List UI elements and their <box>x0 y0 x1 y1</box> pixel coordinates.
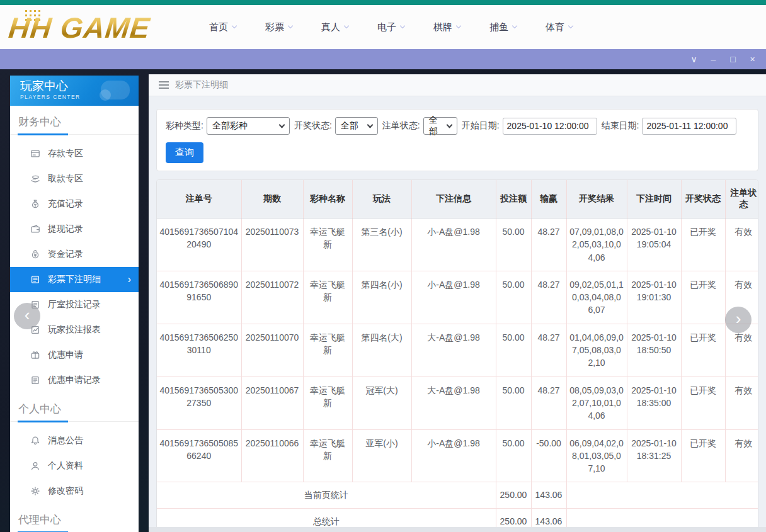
page-title: 彩票下注明细 <box>175 79 228 91</box>
sidebar-subtitle: PLAYERS CENTER <box>20 94 139 100</box>
filter-panel: 彩种类型: 全部彩种 开奖状态: 全部 注单状态: 全部 <box>156 109 758 171</box>
chevron-down-icon <box>568 23 573 28</box>
window-close-button[interactable]: × <box>743 49 762 69</box>
end-date-input[interactable] <box>642 118 736 135</box>
cell-win-loss: 48.27 <box>531 376 566 429</box>
start-date-input[interactable] <box>503 118 597 135</box>
nav-item-2[interactable]: 彩票 <box>265 21 292 33</box>
cell-draw-status: 已开奖 <box>681 271 725 324</box>
lottery-type-select[interactable]: 全部彩种 <box>207 117 290 135</box>
sidebar-item-promo-apply-records[interactable]: 优惠申请记录 <box>10 368 139 393</box>
bet-table: 注单号期数彩种名称玩法下注信息投注额输赢开奖结果下注时间开奖状态注单状态 401… <box>157 180 758 532</box>
section-underline <box>10 134 139 135</box>
order-status-label: 注单状态: <box>382 120 420 132</box>
draw-status-label: 开奖状态: <box>294 120 332 132</box>
chevron-left-icon: ‹ <box>25 305 30 325</box>
nav-item-3[interactable]: 真人 <box>321 21 348 33</box>
cell-play: 亚军(小) <box>352 429 411 482</box>
order-status-filter: 注单状态: 全部 <box>382 117 457 135</box>
cell-bet-info: 大-A盘@1.98 <box>411 324 496 376</box>
sidebar-item-label: 个人资料 <box>48 460 83 472</box>
scroll-right-button[interactable]: › <box>725 307 752 333</box>
sidebar-item-withdrawal-records[interactable]: 提现记录 <box>10 217 139 242</box>
cell-order-no: 401569173650625030110 <box>157 324 241 376</box>
sidebar-item-promo-apply[interactable]: 优惠申请 <box>10 342 139 368</box>
cell-bet-info: 大-A盘@1.98 <box>411 376 496 429</box>
nav-item-5[interactable]: 棋牌 <box>433 21 460 33</box>
cell-bet-time: 2025-01-10 19:01:30 <box>627 271 681 324</box>
gear-icon <box>30 486 40 496</box>
col-order-no: 注单号 <box>157 180 241 218</box>
window-maximize-button[interactable]: □ <box>723 49 743 69</box>
bet-table-card: 注单号期数彩种名称玩法下注信息投注额输赢开奖结果下注时间开奖状态注单状态 401… <box>156 179 758 532</box>
sidebar-item-label: 消息公告 <box>48 435 83 446</box>
nav-item-4[interactable]: 电子 <box>377 21 404 33</box>
start-date-filter: 开始日期: <box>462 118 597 135</box>
sidebar-item-messages[interactable]: 消息公告 <box>10 428 139 453</box>
cell-draw-status: 已开奖 <box>681 324 725 376</box>
cell-result: 01,04,06,09,07,05,08,03,02,10 <box>566 324 627 376</box>
window-minimize-button[interactable]: – <box>704 49 723 69</box>
sidebar-item-label: 存款专区 <box>48 148 83 159</box>
sidebar-item-recharge-records[interactable]: 充值记录 <box>10 191 139 217</box>
cell-order-status: 有效 <box>725 376 758 429</box>
list-book-icon <box>30 274 40 285</box>
draw-status-value: 全部 <box>341 120 358 132</box>
search-button[interactable]: 查询 <box>166 142 203 163</box>
col-play-type: 玩法 <box>352 180 411 218</box>
nav-item-1[interactable]: 首页 <box>209 21 236 33</box>
sidebar-item-withdraw-zone[interactable]: 取款专区 <box>10 166 139 191</box>
cell-amount: 50.00 <box>496 324 531 376</box>
sidebar-item-label: 优惠申请记录 <box>48 375 101 386</box>
sidebar-section: 代理中心 <box>10 504 139 532</box>
summary-empty <box>566 482 758 508</box>
cell-amount: 50.00 <box>496 429 531 482</box>
chevron-down-icon <box>232 23 237 28</box>
draw-status-select[interactable]: 全部 <box>335 117 378 135</box>
section-underline <box>10 421 139 422</box>
chevron-down-icon <box>456 23 461 28</box>
window-rollup-button[interactable]: ∨ <box>684 49 704 69</box>
cell-order-status: 有效 <box>725 218 758 271</box>
bottom-strip <box>149 527 766 532</box>
sidebar-item-deposit-zone[interactable]: 存款专区 <box>10 141 139 166</box>
cell-bet-info: 小-A盘@1.98 <box>411 429 496 482</box>
cell-amount: 50.00 <box>496 218 531 271</box>
cell-order-no: 401569173650530027350 <box>157 376 241 429</box>
cell-bet-info: 小-A盘@1.98 <box>411 218 496 271</box>
col-draw-status: 开奖状态 <box>681 180 725 218</box>
cell-lottery: 幸运飞艇新 <box>303 324 352 376</box>
main-content: 彩票下注明细 彩种类型: 全部彩种 开奖状态: 全部 注单状态: <box>149 74 766 532</box>
sidebar-section: 个人中心消息公告个人资料修改密码 <box>10 393 139 504</box>
cell-draw-status: 已开奖 <box>681 429 725 482</box>
sidebar-item-change-password[interactable]: 修改密码 <box>10 478 139 504</box>
sidebar-item-lottery-bet-details[interactable]: 彩票下注明细› <box>10 267 139 292</box>
cell-win-loss: 48.27 <box>531 324 566 376</box>
order-status-value: 全部 <box>429 115 443 137</box>
lottery-type-label: 彩种类型: <box>166 120 203 132</box>
start-date-label: 开始日期: <box>462 120 500 132</box>
cell-draw-status: 已开奖 <box>681 218 725 271</box>
sidebar-item-funds-records[interactable]: 资金记录 <box>10 242 139 267</box>
nav-item-6[interactable]: 捕鱼 <box>489 21 517 33</box>
col-order-status: 注单状态 <box>725 180 758 218</box>
bell-icon <box>30 436 40 446</box>
sidebar-item-label: 资金记录 <box>48 249 83 260</box>
sidebar-section-heading: 财务中心 <box>10 115 139 134</box>
col-bet-time: 下注时间 <box>627 180 681 218</box>
sidebar-item-profile[interactable]: 个人资料 <box>10 453 139 478</box>
logo[interactable]: HH GAME <box>9 9 155 47</box>
col-period: 期数 <box>241 180 303 218</box>
sidebar-item-label: 玩家投注报表 <box>48 324 101 336</box>
sidebar-item-label: 修改密码 <box>48 485 83 497</box>
menu-toggle-icon[interactable] <box>159 81 169 89</box>
sidebar-item-label: 彩票下注明细 <box>48 274 101 285</box>
cell-result: 07,09,01,08,02,05,03,10,04,06 <box>566 218 627 271</box>
order-status-select[interactable]: 全部 <box>423 117 457 135</box>
gift-icon <box>30 350 40 360</box>
money-bag-icon <box>30 199 40 209</box>
sidebar-collapse-button[interactable]: ‹ <box>14 303 40 329</box>
nav-item-7[interactable]: 体育 <box>546 21 573 33</box>
sidebar-item-label: 充值记录 <box>48 198 83 210</box>
table-row: 40156917365062503011020250110070幸运飞艇新第四名… <box>157 324 758 376</box>
